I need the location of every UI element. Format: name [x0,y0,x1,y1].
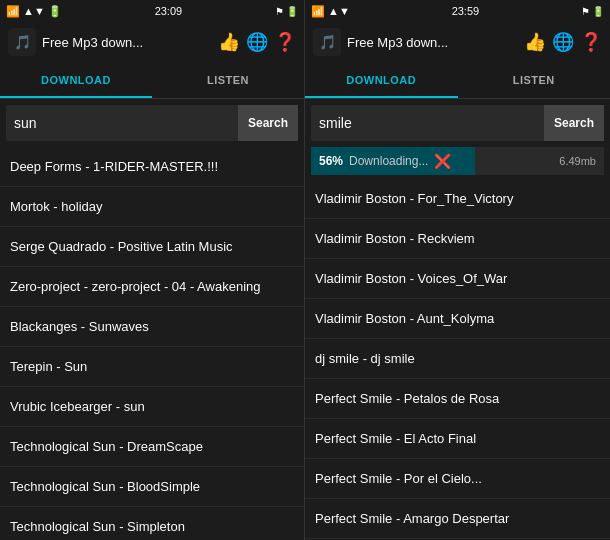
help-icon-right[interactable]: ❓ [580,31,602,53]
wifi-icon-left: ▲▼ [23,5,45,17]
progress-percent: 56% [319,154,343,168]
thumbs-up-icon-left[interactable]: 👍 [218,31,240,53]
list-item[interactable]: Blackanges - Sunwaves [0,307,304,347]
batt-icon-left: 🔋 [286,6,298,17]
app-header-left: 🎵 Free Mp3 down... 👍 🌐 ❓ [0,22,304,62]
notif-icon-left: ⚑ [275,6,284,17]
search-input-right[interactable] [311,115,540,131]
time-left: 23:09 [155,5,183,17]
list-item[interactable]: Zero-project - zero-project - 04 - Awake… [0,267,304,307]
wifi-icon-right: ▲▼ [328,5,350,17]
list-item[interactable]: Vladimir Boston - Aunt_Kolyma [305,299,610,339]
globe-icon-left[interactable]: 🌐 [246,31,268,53]
signal-icon-left: 📶 [6,5,20,18]
app-title-right: Free Mp3 down... [347,35,518,50]
app-icon-right: 🎵 [313,28,341,56]
list-item[interactable]: Technological Sun - BloodSimple [0,467,304,507]
notif-icon-right: ⚑ [581,6,590,17]
search-button-right[interactable]: Search [544,105,604,141]
list-item[interactable]: Technological Sun - Simpleton [0,507,304,540]
list-item[interactable]: Deep Forms - 1-RIDER-MASTER.!!! [0,147,304,187]
status-bars: 📶 ▲▼ 🔋 23:09 ⚑ 🔋 📶 ▲▼ 23:59 ⚑ 🔋 [0,0,610,22]
search-input-left[interactable] [6,115,234,131]
list-item[interactable]: Vrubic Icebearger - sun [0,387,304,427]
list-item[interactable]: Perfect Smile - Petalos de Rosa [305,379,610,419]
batt-icon-right: 🔋 [592,6,604,17]
tab-listen-right[interactable]: LISTEN [458,62,611,98]
list-item[interactable]: Perfect Smile - El Acto Final [305,419,610,459]
status-bar-right: 📶 ▲▼ 23:59 ⚑ 🔋 [305,0,610,22]
app-icon-left: 🎵 [8,28,36,56]
list-item[interactable]: Perfect Smile - Por el Cielo... [305,459,610,499]
list-item[interactable]: Terepin - Sun [0,347,304,387]
tabs-right: DOWNLOAD LISTEN [305,62,610,99]
search-bar-left: Search [6,105,298,141]
globe-icon-right[interactable]: 🌐 [552,31,574,53]
song-list-left: Deep Forms - 1-RIDER-MASTER.!!! Mortok -… [0,147,304,540]
search-button-left[interactable]: Search [238,105,298,141]
progress-label: Downloading... [349,154,428,168]
download-size: 6.49mb [559,155,596,167]
list-item[interactable]: Technological Sun - DreamScape [0,427,304,467]
signal2-icon-left: 🔋 [48,5,62,18]
time-right: 23:59 [452,5,480,17]
app-title-left: Free Mp3 down... [42,35,212,50]
list-item[interactable]: Vladimir Boston - Voices_Of_War [305,259,610,299]
tab-listen-left[interactable]: LISTEN [152,62,304,98]
panel-right: 🎵 Free Mp3 down... 👍 🌐 ❓ DOWNLOAD LISTEN… [305,22,610,540]
list-item[interactable]: Perfect Smile - Amargo Despertar [305,499,610,539]
download-progress-bar: 56% Downloading... ❌ 6.49mb [311,147,604,175]
song-list-right: Vladimir Boston - For_The_Victory Vladim… [305,179,610,540]
list-item[interactable]: Vladimir Boston - For_The_Victory [305,179,610,219]
panel-left: 🎵 Free Mp3 down... 👍 🌐 ❓ DOWNLOAD LISTEN… [0,22,305,540]
help-icon-left[interactable]: ❓ [274,31,296,53]
tab-download-left[interactable]: DOWNLOAD [0,62,152,98]
thumbs-up-icon-right[interactable]: 👍 [524,31,546,53]
list-item[interactable]: Serge Quadrado - Positive Latin Music [0,227,304,267]
search-bar-right: Search [311,105,604,141]
app-header-right: 🎵 Free Mp3 down... 👍 🌐 ❓ [305,22,610,62]
header-icons-right: 👍 🌐 ❓ [524,31,602,53]
cancel-download-button[interactable]: ❌ [434,153,451,169]
list-item[interactable]: Mortok - holiday [0,187,304,227]
header-icons-left: 👍 🌐 ❓ [218,31,296,53]
tabs-left: DOWNLOAD LISTEN [0,62,304,99]
signal-icon-right: 📶 [311,5,325,18]
list-item[interactable]: dj smile - dj smile [305,339,610,379]
panels: 🎵 Free Mp3 down... 👍 🌐 ❓ DOWNLOAD LISTEN… [0,22,610,540]
list-item[interactable]: Vladimir Boston - Reckviem [305,219,610,259]
tab-download-right[interactable]: DOWNLOAD [305,62,458,98]
status-bar-left: 📶 ▲▼ 🔋 23:09 ⚑ 🔋 [0,0,305,22]
